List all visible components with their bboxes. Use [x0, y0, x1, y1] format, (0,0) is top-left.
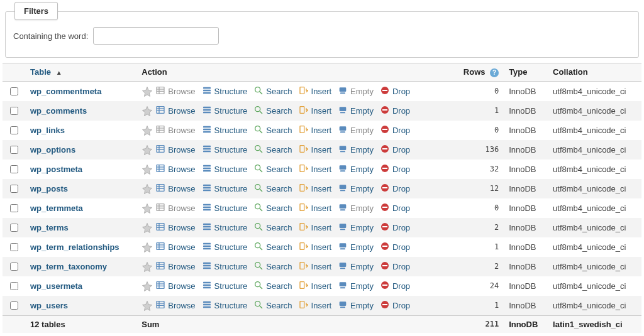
favorite-star-icon[interactable] [142, 86, 152, 96]
row-checkbox[interactable] [10, 301, 18, 310]
row-checkbox[interactable] [10, 126, 18, 134]
insert-action[interactable]: Insert [296, 124, 335, 136]
row-checkbox[interactable] [10, 185, 18, 193]
browse-action[interactable]: Browse [153, 222, 197, 234]
empty-action[interactable]: Empty [335, 183, 376, 195]
structure-action[interactable]: Structure [199, 280, 250, 292]
favorite-star-icon[interactable] [142, 125, 152, 135]
row-checkbox[interactable] [10, 146, 18, 154]
drop-action[interactable]: Drop [377, 105, 413, 117]
containing-word-input[interactable] [93, 27, 219, 45]
drop-action[interactable]: Drop [377, 163, 413, 175]
browse-action[interactable]: Browse [153, 280, 197, 292]
row-checkbox[interactable] [10, 204, 18, 212]
insert-action[interactable]: Insert [296, 105, 335, 117]
row-checkbox[interactable] [10, 243, 18, 251]
structure-action[interactable]: Structure [199, 261, 250, 273]
insert-action[interactable]: Insert [296, 163, 335, 175]
empty-action[interactable]: Empty [335, 280, 376, 292]
browse-action[interactable]: Browse [153, 241, 197, 253]
browse-action[interactable]: Browse [153, 261, 197, 273]
favorite-star-icon[interactable] [142, 300, 152, 310]
browse-action[interactable]: Browse [153, 85, 197, 97]
favorite-star-icon[interactable] [142, 183, 152, 193]
drop-action[interactable]: Drop [377, 222, 413, 234]
search-action[interactable]: Search [251, 261, 294, 273]
favorite-star-icon[interactable] [142, 164, 152, 174]
drop-action[interactable]: Drop [377, 241, 413, 253]
empty-action[interactable]: Empty [335, 241, 376, 253]
drop-action[interactable]: Drop [377, 124, 413, 136]
table-name-link[interactable]: wp_term_taxonomy [30, 262, 107, 271]
drop-action[interactable]: Drop [377, 300, 413, 312]
insert-action[interactable]: Insert [296, 85, 335, 97]
favorite-star-icon[interactable] [142, 281, 152, 291]
structure-action[interactable]: Structure [199, 163, 250, 175]
favorite-star-icon[interactable] [142, 106, 152, 116]
row-checkbox[interactable] [10, 224, 18, 232]
insert-action[interactable]: Insert [296, 261, 335, 273]
table-name-link[interactable]: wp_posts [30, 184, 68, 193]
structure-action[interactable]: Structure [199, 144, 250, 156]
search-action[interactable]: Search [251, 163, 294, 175]
browse-action[interactable]: Browse [153, 124, 197, 136]
empty-action[interactable]: Empty [335, 202, 376, 214]
empty-action[interactable]: Empty [335, 261, 376, 273]
row-checkbox[interactable] [10, 282, 18, 290]
empty-action[interactable]: Empty [335, 85, 376, 97]
browse-action[interactable]: Browse [153, 202, 197, 214]
drop-action[interactable]: Drop [377, 280, 413, 292]
search-action[interactable]: Search [251, 183, 294, 195]
structure-action[interactable]: Structure [199, 105, 250, 117]
structure-action[interactable]: Structure [199, 183, 250, 195]
rows-help-icon[interactable]: ? [490, 68, 499, 77]
empty-action[interactable]: Empty [335, 105, 376, 117]
search-action[interactable]: Search [251, 124, 294, 136]
favorite-star-icon[interactable] [142, 242, 152, 252]
structure-action[interactable]: Structure [199, 222, 250, 234]
search-action[interactable]: Search [251, 241, 294, 253]
empty-action[interactable]: Empty [335, 300, 376, 312]
search-action[interactable]: Search [251, 105, 294, 117]
filters-tab[interactable]: Filters [14, 2, 58, 20]
insert-action[interactable]: Insert [296, 300, 335, 312]
browse-action[interactable]: Browse [153, 183, 197, 195]
table-name-link[interactable]: wp_postmeta [30, 165, 82, 174]
structure-action[interactable]: Structure [199, 300, 250, 312]
table-name-link[interactable]: wp_links [30, 126, 65, 135]
search-action[interactable]: Search [251, 222, 294, 234]
insert-action[interactable]: Insert [296, 144, 335, 156]
structure-action[interactable]: Structure [199, 85, 250, 97]
search-action[interactable]: Search [251, 202, 294, 214]
row-checkbox[interactable] [10, 263, 18, 271]
table-name-link[interactable]: wp_termmeta [30, 203, 83, 213]
table-name-link[interactable]: wp_terms [30, 223, 69, 232]
insert-action[interactable]: Insert [296, 241, 335, 253]
row-checkbox[interactable] [10, 87, 18, 95]
browse-action[interactable]: Browse [153, 300, 197, 312]
browse-action[interactable]: Browse [153, 163, 197, 175]
favorite-star-icon[interactable] [142, 203, 152, 213]
drop-action[interactable]: Drop [377, 85, 413, 97]
insert-action[interactable]: Insert [296, 202, 335, 214]
favorite-star-icon[interactable] [142, 261, 152, 271]
empty-action[interactable]: Empty [335, 124, 376, 136]
drop-action[interactable]: Drop [377, 261, 413, 273]
search-action[interactable]: Search [251, 300, 294, 312]
drop-action[interactable]: Drop [377, 202, 413, 214]
table-name-link[interactable]: wp_term_relationships [30, 242, 119, 252]
browse-action[interactable]: Browse [153, 144, 197, 156]
empty-action[interactable]: Empty [335, 222, 376, 234]
insert-action[interactable]: Insert [296, 222, 335, 234]
search-action[interactable]: Search [251, 144, 294, 156]
row-checkbox[interactable] [10, 165, 18, 173]
table-name-link[interactable]: wp_users [30, 301, 68, 310]
drop-action[interactable]: Drop [377, 183, 413, 195]
favorite-star-icon[interactable] [142, 144, 152, 154]
search-action[interactable]: Search [251, 280, 294, 292]
row-checkbox[interactable] [10, 107, 18, 115]
structure-action[interactable]: Structure [199, 202, 250, 214]
structure-action[interactable]: Structure [199, 241, 250, 253]
empty-action[interactable]: Empty [335, 163, 376, 175]
favorite-star-icon[interactable] [142, 222, 152, 232]
